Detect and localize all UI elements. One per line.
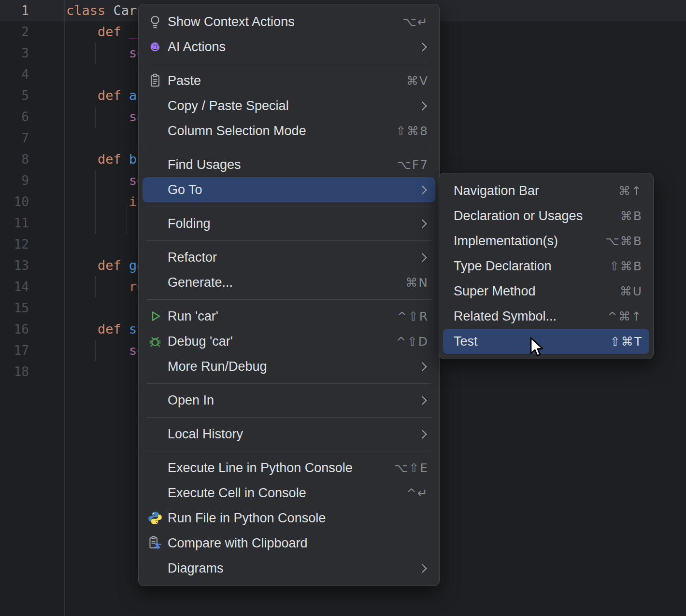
python-icon — [147, 510, 163, 526]
menu-item-navigation-bar[interactable]: Navigation Bar⌘↑ — [443, 178, 649, 203]
menu-item-execute-line-in-python-console[interactable]: Execute Line in Python Console⌥⇧E — [143, 455, 435, 480]
empty-icon — [147, 485, 163, 501]
submenu-arrow-icon — [418, 101, 427, 110]
line-number[interactable]: 8 — [0, 149, 29, 170]
submenu-arrow-icon — [418, 185, 427, 194]
menu-item-copy-paste-special[interactable]: Copy / Paste Special — [143, 93, 435, 118]
shortcut-hint: ⇧⌘B — [609, 259, 643, 273]
code-token — [105, 3, 113, 18]
code-token — [121, 322, 129, 336]
empty-icon — [147, 426, 163, 442]
submenu-arrow-icon — [418, 362, 427, 371]
submenu-arrow-icon — [418, 219, 427, 228]
menu-item-implementation-s[interactable]: Implementation(s)⌥⌘B — [443, 228, 649, 253]
menu-item-super-method[interactable]: Super Method⌘U — [443, 279, 649, 304]
line-number[interactable]: 1 — [0, 0, 29, 21]
code-token: def — [98, 88, 121, 103]
line-number[interactable]: 13 — [0, 255, 29, 276]
menu-item-label: More Run/Debug — [168, 359, 267, 374]
menu-separator — [146, 299, 431, 300]
menu-item-label: Implementation(s) — [454, 234, 558, 249]
line-number[interactable]: 15 — [0, 297, 29, 319]
menu-item-refactor[interactable]: Refactor — [143, 245, 435, 270]
menu-item-folding[interactable]: Folding — [143, 211, 435, 236]
menu-separator — [146, 240, 431, 241]
line-number[interactable]: 2 — [0, 21, 29, 42]
menu-item-run-car[interactable]: Run 'car'^⇧R — [143, 304, 435, 329]
menu-item-ai-actions[interactable]: AI Actions — [143, 34, 435, 59]
line-number[interactable]: 11 — [0, 212, 29, 234]
menu-item-label: Open In — [168, 393, 214, 408]
menu-item-more-run-debug[interactable]: More Run/Debug — [143, 354, 435, 379]
line-number[interactable]: 4 — [0, 64, 29, 85]
menu-item-type-declaration[interactable]: Type Declaration⇧⌘B — [443, 253, 649, 279]
line-number[interactable]: 6 — [0, 106, 29, 127]
menu-item-execute-cell-in-console[interactable]: Execute Cell in Console^↵ — [143, 480, 435, 505]
code-token — [66, 173, 129, 188]
menu-item-go-to[interactable]: Go To — [143, 177, 435, 202]
menu-separator — [146, 451, 431, 451]
code-token: def — [98, 258, 121, 273]
menu-item-label: Type Declaration — [454, 259, 552, 274]
menu-item-label: Go To — [168, 182, 202, 197]
shortcut-hint: ⌘N — [405, 276, 429, 290]
code-token — [66, 343, 129, 358]
code-token: def — [98, 24, 121, 39]
line-number[interactable]: 7 — [0, 127, 29, 149]
line-number[interactable]: 9 — [0, 170, 29, 191]
menu-item-label: Debug 'car' — [168, 334, 233, 349]
menu-item-related-symbol[interactable]: Related Symbol...^⌘↑ — [443, 304, 649, 329]
ai-icon — [147, 39, 163, 55]
menu-item-label: Super Method — [454, 284, 536, 299]
line-number[interactable]: 12 — [0, 234, 29, 255]
shortcut-hint: ⇧⌘8 — [396, 124, 429, 138]
lightbulb-icon — [147, 14, 163, 29]
menu-item-local-history[interactable]: Local History — [143, 421, 435, 447]
line-number[interactable]: 3 — [0, 42, 29, 64]
menu-item-find-usages[interactable]: Find Usages⌥F7 — [143, 152, 435, 177]
menu-item-label: Run 'car' — [168, 309, 218, 324]
line-number[interactable]: 5 — [0, 85, 29, 106]
menu-item-label: Generate... — [168, 275, 233, 290]
code-token — [66, 24, 98, 39]
menu-item-label: Find Usages — [168, 157, 241, 172]
menu-item-label: Compare with Clipboard — [168, 536, 308, 551]
shortcut-hint: ^⇧R — [397, 309, 429, 323]
menu-item-label: Test — [454, 334, 478, 349]
menu-item-compare-with-clipboard[interactable]: Compare with Clipboard — [143, 531, 435, 556]
menu-separator — [146, 417, 431, 418]
code-token: def — [98, 152, 121, 167]
line-number[interactable]: 16 — [0, 319, 29, 340]
line-number[interactable]: 10 — [0, 191, 29, 212]
line-number[interactable]: 14 — [0, 276, 29, 297]
empty-icon — [147, 392, 163, 408]
shortcut-hint: ⌥⌘B — [605, 234, 643, 248]
shortcut-hint: ^⇧D — [396, 335, 429, 349]
shortcut-hint: ⌥↵ — [402, 15, 429, 29]
empty-icon — [147, 182, 163, 197]
menu-item-label: Show Context Actions — [168, 14, 295, 29]
editor-context-menu: Show Context Actions⌥↵AI ActionsPaste⌘VC… — [138, 4, 440, 586]
menu-item-label: Column Selection Mode — [168, 124, 306, 139]
empty-icon — [147, 275, 163, 290]
menu-item-open-in[interactable]: Open In — [143, 388, 435, 413]
menu-item-declaration-or-usages[interactable]: Declaration or Usages⌘B — [443, 203, 649, 228]
code-token: Car — [114, 3, 137, 18]
menu-item-column-selection-mode[interactable]: Column Selection Mode⇧⌘8 — [143, 118, 435, 143]
ide-editor: 123456789101112131415161718 class Car: d… — [0, 0, 686, 616]
editor-gutter[interactable]: 123456789101112131415161718 — [0, 0, 29, 382]
menu-item-generate[interactable]: Generate...⌘N — [143, 270, 435, 295]
empty-icon — [147, 157, 163, 172]
menu-item-label: Related Symbol... — [454, 309, 557, 324]
empty-icon — [147, 98, 163, 113]
menu-item-run-file-in-python-console[interactable]: Run File in Python Console — [143, 505, 435, 531]
menu-item-debug-car[interactable]: Debug 'car'^⇧D — [143, 329, 435, 354]
debug-icon — [147, 334, 163, 349]
run-icon — [147, 308, 163, 324]
menu-item-paste[interactable]: Paste⌘V — [143, 68, 435, 93]
menu-item-diagrams[interactable]: Diagrams — [143, 556, 435, 581]
menu-item-show-context-actions[interactable]: Show Context Actions⌥↵ — [143, 9, 435, 34]
line-number[interactable]: 17 — [0, 340, 29, 361]
empty-icon — [147, 250, 163, 265]
line-number[interactable]: 18 — [0, 361, 29, 382]
